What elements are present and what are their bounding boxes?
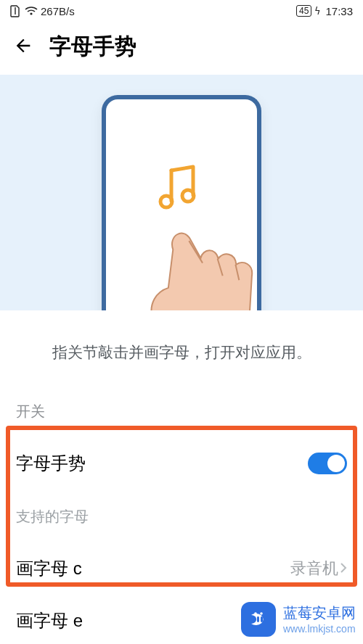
section-switch-label: 开关 [0,402,363,437]
battery-icon: 45 [296,5,311,17]
svg-rect-7 [261,616,263,622]
page-title: 字母手势 [49,32,136,62]
time: 17:33 [325,5,353,17]
watermark: 蓝莓安卓网 www.lmkjst.com [241,602,356,637]
back-button[interactable] [13,35,33,59]
status-right: 45 ϟ 17:33 [296,5,353,17]
hero-description: 指关节敲击并画字母，打开对应应用。 [0,310,363,402]
row-value: 录音机 [290,558,347,579]
phone-frame-icon [102,95,261,310]
section-letters-label: 支持的字母 [0,490,363,542]
watermark-logo-icon [241,602,276,637]
sim-icon [10,4,20,17]
hand-icon [131,213,271,310]
music-note-icon [158,165,200,218]
svg-point-0 [30,12,32,15]
row-letter-gesture-toggle[interactable]: 字母手势 [0,437,363,490]
status-left: 267B/s [10,4,75,17]
toggle-switch[interactable] [308,453,347,474]
svg-point-3 [254,612,257,615]
row-label: 画字母 e [16,609,83,632]
hero-illustration [0,75,363,310]
row-label: 画字母 c [16,557,82,580]
wifi-icon [25,6,36,16]
svg-rect-6 [257,616,259,622]
svg-rect-5 [253,616,256,622]
chevron-right-icon [340,559,347,578]
row-letter-c[interactable]: 画字母 c 录音机 [0,542,363,595]
svg-point-4 [260,612,263,615]
svg-point-1 [160,196,172,207]
status-bar: 267B/s 45 ϟ 17:33 [0,0,363,22]
watermark-text: 蓝莓安卓网 www.lmkjst.com [283,603,356,635]
net-speed: 267B/s [41,5,75,17]
nav-bar: 字母手势 [0,22,363,75]
svg-point-2 [182,190,194,202]
row-label: 字母手势 [16,452,86,475]
charge-icon: ϟ [314,6,321,17]
